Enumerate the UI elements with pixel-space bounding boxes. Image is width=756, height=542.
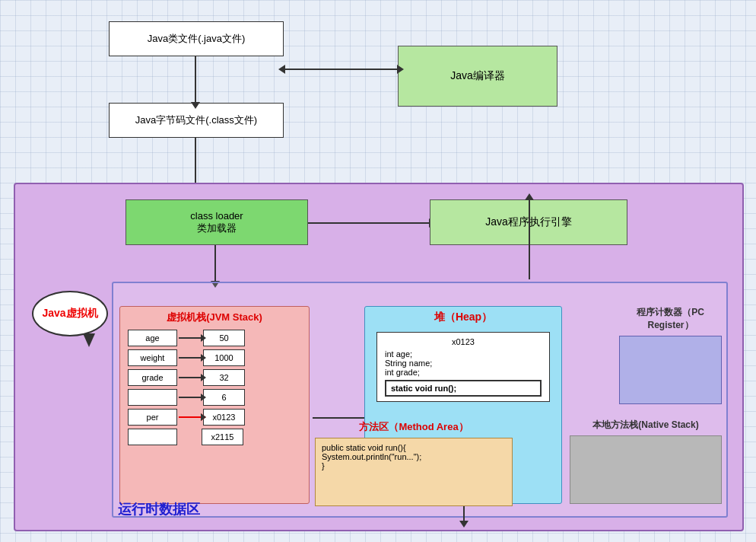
pc-register-title: 程序计数器（PC Register）: [619, 306, 722, 332]
stack-value-age: 50: [203, 330, 245, 346]
arrow-runtime-to-ee: [529, 199, 530, 279]
method-area-title: 方法区（Method Area）: [315, 420, 513, 434]
method-area-code-2: System.out.println("run...");: [322, 452, 506, 461]
arrow-class-compiler: [284, 69, 398, 70]
heap-object: x0123 int age; String name; int grade; s…: [376, 332, 550, 402]
stack-name-empty1: [128, 389, 177, 406]
jvm-stack-section: 虚拟机栈(JVM Stack) age 50 weight 1000: [119, 306, 310, 504]
stack-arrow-grade: [179, 377, 202, 378]
pc-register-box: [619, 336, 722, 404]
pc-register-section: 程序计数器（PC Register）: [619, 306, 722, 405]
arrow-class-to-bytecode: [195, 56, 196, 103]
stack-arrow-empty1: [179, 397, 202, 398]
jvm-container: Java虚拟机 class loader 类加载器 Java程序执行引擎 虚拟机…: [14, 183, 744, 531]
java-class-file-box: Java类文件(.java文件): [109, 21, 284, 56]
stack-name-grade: grade: [128, 369, 177, 386]
java-class-file-label: Java类文件(.java文件): [148, 32, 246, 46]
stack-arrow-per: [179, 416, 202, 418]
method-area-code-3: }: [322, 461, 506, 470]
native-stack-box: [570, 435, 722, 504]
java-compiler-label: Java编译器: [450, 69, 505, 83]
jvm-bubble: Java虚拟机: [32, 291, 108, 336]
native-stack-section: 本地方法栈(Native Stack): [570, 419, 722, 512]
jvm-bubble-label: Java虚拟机: [42, 307, 97, 319]
stack-name-per: per: [128, 409, 177, 426]
stack-row: per x0123: [128, 409, 301, 426]
heap-field-2: String name;: [385, 359, 542, 368]
heap-field-1: int age;: [385, 349, 542, 359]
class-loader-line1: class loader: [190, 210, 243, 222]
java-compiler-box: Java编译器: [398, 46, 557, 107]
runtime-data-area: 虚拟机栈(JVM Stack) age 50 weight 1000: [112, 282, 728, 518]
stack-row: 6: [128, 389, 301, 406]
stack-row: age 50: [128, 330, 301, 346]
arrow-stack-to-heap: [313, 417, 368, 419]
stack-row: x2115: [128, 429, 301, 445]
stack-row: grade 32: [128, 369, 301, 386]
heap-title: 堆（Heap）: [365, 307, 561, 328]
class-loader-line2: 类加载器: [197, 222, 237, 235]
runtime-label: 运行时数据区: [118, 500, 200, 518]
stack-value-x2115: x2115: [202, 429, 243, 445]
method-area-code-1: public static void run(){: [322, 443, 506, 452]
heap-field-3: int grade;: [385, 368, 542, 377]
stack-value-6: 6: [203, 389, 245, 406]
java-bytecode-label: Java字节码文件(.class文件): [135, 113, 257, 127]
heap-object-id: x0123: [385, 337, 542, 346]
arrow-bytecode-to-jvm: [195, 138, 196, 183]
stack-arrow-age: [179, 337, 202, 339]
arrow-cl-to-ee: [308, 222, 430, 224]
stack-row: weight 1000: [128, 349, 301, 366]
stack-table: age 50 weight 1000 grade 32: [128, 330, 301, 445]
jvm-stack-title: 虚拟机栈(JVM Stack): [120, 307, 309, 327]
heap-method-box: static void run();: [385, 380, 542, 397]
stack-name-age: age: [128, 330, 177, 346]
stack-value-per: x0123: [203, 409, 245, 426]
stack-value-grade: 32: [203, 369, 245, 386]
diagram: Java类文件(.java文件) Java编译器 Java字节码文件(.clas…: [0, 0, 756, 542]
class-loader-box: class loader 类加载器: [125, 199, 308, 245]
stack-value-weight: 1000: [203, 349, 245, 366]
stack-name-weight: weight: [128, 349, 177, 366]
method-area-box: public static void run(){ System.out.pri…: [315, 438, 513, 506]
stack-arrow-weight: [179, 357, 202, 359]
native-stack-title: 本地方法栈(Native Stack): [570, 419, 722, 432]
method-area-section: 方法区（Method Area） public static void run(…: [315, 420, 513, 512]
stack-name-empty2: [128, 429, 177, 445]
arrow-cl-down: [214, 245, 216, 282]
